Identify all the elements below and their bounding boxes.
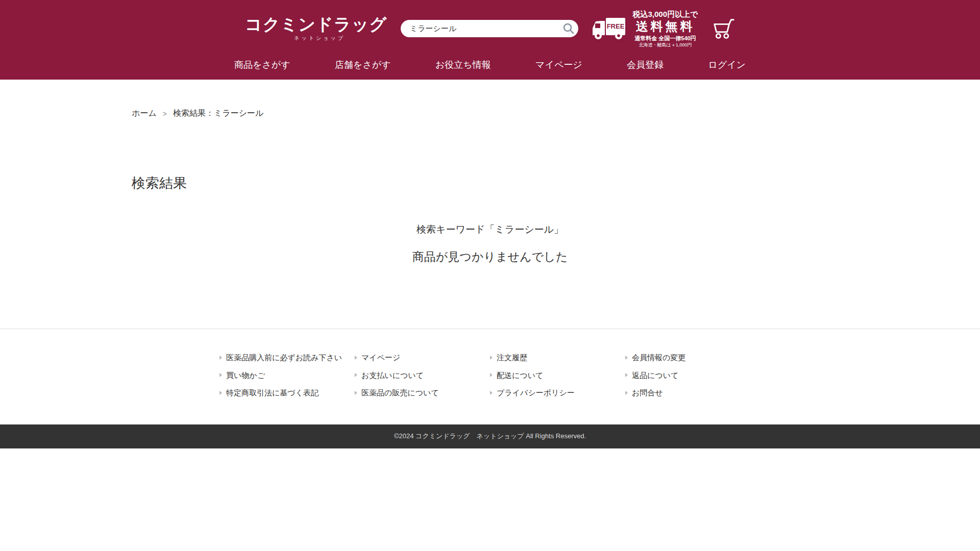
arrow-right-icon: [625, 373, 628, 377]
arrow-right-icon: [355, 356, 357, 360]
nav-item-useful-info[interactable]: お役立ち情報: [433, 56, 493, 74]
footer-link-grid: 医薬品購入前に必ずお読み下さい 買い物かご 特定商取引法に基づく表記 マイページ…: [219, 353, 761, 398]
footer-link-label: お支払いについて: [361, 370, 424, 381]
breadcrumb-separator: >: [163, 110, 167, 118]
footer-link-medicine-notice[interactable]: 医薬品購入前に必ずお読み下さい: [219, 353, 355, 363]
footer-link-label: 会員情報の変更: [632, 353, 685, 363]
footer-link-label: 医薬品の販売について: [361, 388, 439, 398]
search-button[interactable]: [560, 21, 575, 36]
free-shipping-badge: FREE 税込3,000円以上で 送料無料 通常料金 全国一律540円 北海道・…: [592, 10, 698, 47]
shipping-normal-fee: 通常料金 全国一律540円: [632, 35, 698, 42]
footer-link-order-history[interactable]: 注文履歴: [490, 353, 625, 363]
main-nav: 商品をさがす 店舗をさがす お役立ち情報 マイページ 会員登録 ログイン: [232, 50, 748, 80]
footer-link-label: 返品について: [632, 370, 678, 381]
page-title: 検索結果: [132, 174, 848, 192]
logo-subtitle: ネットショップ: [245, 35, 387, 42]
breadcrumb-home-link[interactable]: ホーム: [132, 108, 157, 119]
footer-link-returns[interactable]: 返品について: [625, 370, 761, 381]
footer-link-label: 買い物かご: [226, 370, 265, 381]
footer-link-delivery[interactable]: 配送について: [490, 370, 625, 381]
footer-link-label: お問合せ: [632, 388, 663, 398]
arrow-right-icon: [490, 391, 493, 395]
footer-link-privacy-policy[interactable]: プライバシーポリシー: [490, 388, 625, 398]
footer-link-commercial-law[interactable]: 特定商取引法に基づく表記: [219, 388, 355, 398]
copyright-bar: ©2024 コクミンドラッグ ネットショップ All Rights Reserv…: [0, 424, 980, 448]
footer-link-label: プライバシーポリシー: [497, 388, 575, 398]
header-top-row: コクミンドラッグ ネットショップ FREE: [245, 7, 735, 50]
arrow-right-icon: [625, 391, 628, 395]
footer-link-contact[interactable]: お問合せ: [625, 388, 761, 398]
spacer: [132, 265, 848, 329]
footer-column-4: 会員情報の変更 返品について お問合せ: [625, 353, 761, 398]
nav-item-products[interactable]: 商品をさがす: [232, 56, 292, 74]
no-results-text: 商品が見つかりませんでした: [132, 249, 848, 265]
footer-link-cart[interactable]: 買い物かご: [219, 370, 355, 381]
content-wrapper: ホーム > 検索結果：ミラーシール 検索結果 検索キーワード「ミラーシール」 商…: [132, 80, 848, 329]
arrow-right-icon: [625, 356, 628, 360]
breadcrumb: ホーム > 検索結果：ミラーシール: [132, 80, 848, 119]
search-input[interactable]: [401, 20, 578, 37]
footer-link-payment[interactable]: お支払いについて: [355, 370, 490, 381]
copyright-text: ©2024 コクミンドラッグ ネットショップ All Rights Reserv…: [394, 432, 586, 441]
site-header: コクミンドラッグ ネットショップ FREE: [0, 0, 980, 80]
footer-link-label: 特定商取引法に基づく表記: [226, 388, 318, 398]
arrow-right-icon: [219, 391, 222, 395]
nav-item-stores[interactable]: 店舗をさがす: [333, 56, 393, 74]
shipping-threshold: 税込3,000円以上で: [632, 10, 698, 18]
footer-column-1: 医薬品購入前に必ずお読み下さい 買い物かご 特定商取引法に基づく表記: [219, 353, 355, 398]
footer-link-mypage[interactable]: マイページ: [355, 353, 490, 363]
site-footer: 医薬品購入前に必ずお読み下さい 買い物かご 特定商取引法に基づく表記 マイページ…: [0, 329, 980, 424]
nav-item-register[interactable]: 会員登録: [625, 56, 666, 74]
site-logo[interactable]: コクミンドラッグ ネットショップ: [245, 16, 387, 42]
search-icon: [562, 29, 575, 36]
cart-button[interactable]: [712, 17, 735, 40]
cart-icon: [712, 17, 735, 40]
arrow-right-icon: [355, 373, 357, 377]
arrow-right-icon: [219, 373, 222, 377]
footer-link-medicine-sales[interactable]: 医薬品の販売について: [355, 388, 490, 398]
logo-title: コクミンドラッグ: [245, 16, 387, 33]
breadcrumb-current: 検索結果：ミラーシール: [173, 108, 264, 119]
main-content: 検索結果 検索キーワード「ミラーシール」 商品が見つかりませんでした: [132, 174, 848, 329]
arrow-right-icon: [219, 356, 222, 360]
arrow-right-icon: [490, 356, 493, 360]
shipping-free-label: 送料無料: [632, 19, 698, 34]
footer-link-label: マイページ: [361, 353, 400, 363]
footer-link-label: 医薬品購入前に必ずお読み下さい: [226, 353, 342, 363]
arrow-right-icon: [355, 391, 357, 395]
nav-item-login[interactable]: ログイン: [706, 56, 748, 74]
footer-column-3: 注文履歴 配送について プライバシーポリシー: [490, 353, 625, 398]
shipping-remote-fee: 北海道・離島は＋1,000円: [632, 42, 698, 47]
search-form: [401, 20, 578, 37]
nav-item-mypage[interactable]: マイページ: [533, 56, 584, 74]
delivery-truck-icon: FREE: [592, 14, 627, 43]
truck-free-label: FREE: [607, 22, 625, 30]
result-message: 検索キーワード「ミラーシール」 商品が見つかりませんでした: [132, 223, 848, 265]
search-keyword-text: 検索キーワード「ミラーシール」: [132, 223, 848, 236]
footer-link-label: 注文履歴: [497, 353, 527, 363]
shipping-text: 税込3,000円以上で 送料無料 通常料金 全国一律540円 北海道・離島は＋1…: [632, 10, 698, 47]
footer-link-member-info[interactable]: 会員情報の変更: [625, 353, 761, 363]
footer-link-label: 配送について: [497, 370, 543, 381]
arrow-right-icon: [490, 373, 493, 377]
footer-column-2: マイページ お支払いについて 医薬品の販売について: [355, 353, 490, 398]
